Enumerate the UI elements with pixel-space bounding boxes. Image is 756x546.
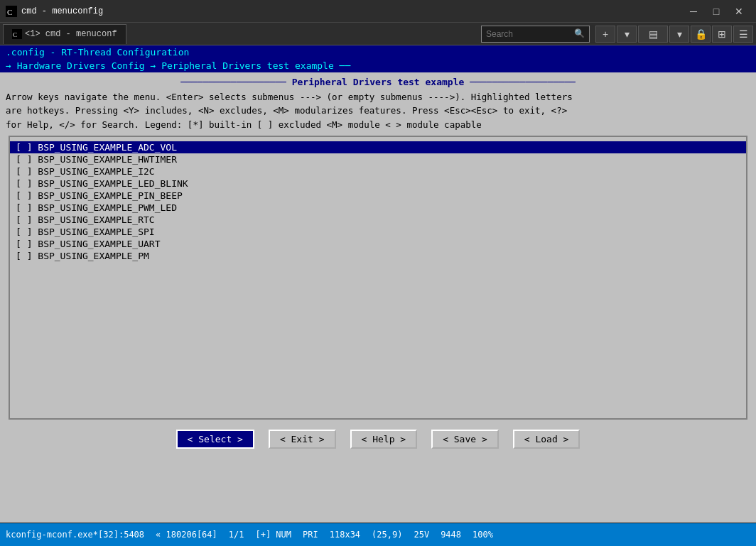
lock-button[interactable]: 🔒: [691, 26, 711, 43]
layout-button[interactable]: ▤: [638, 26, 668, 43]
menu-item-pwm-led[interactable]: [ ] BSP_USING_EXAMPLE_PWM_LED: [10, 202, 746, 214]
toolbar-icons: + ▾ ▤ ▾ 🔒 ⊞ ☰: [595, 26, 753, 43]
window-title: cmd - menuconfig: [21, 6, 103, 16]
status-num: 9448: [441, 530, 461, 540]
status-exe: kconfig-mconf.exe*[32]:5408: [6, 530, 144, 540]
status-ratio: 1/1: [229, 530, 244, 540]
svg-text:C: C: [13, 31, 17, 38]
close-button[interactable]: ✕: [728, 0, 750, 23]
dropdown2-button[interactable]: ▾: [669, 26, 689, 43]
menu-item-spi[interactable]: [ ] BSP_USING_EXAMPLE_SPI: [10, 226, 746, 238]
help-line-3: for Help, </> for Search. Legend: [*] bu…: [6, 118, 750, 131]
bottom-buttons: < Select > < Exit > < Help > < Save > < …: [0, 422, 756, 456]
menu-item-led-blink[interactable]: [ ] BSP_USING_EXAMPLE_LED_BLINK: [10, 178, 746, 190]
main-window: .config - RT-Thread Configuration → Hard…: [0, 45, 756, 523]
svg-text:C: C: [7, 8, 12, 16]
menu-box: [ ] BSP_USING_EXAMPLE_ADC_VOL [ ] BSP_US…: [9, 136, 747, 420]
load-button[interactable]: < Load >: [513, 430, 580, 449]
tab-bar: C <1> cmd - menuconf 🔍 + ▾ ▤ ▾ 🔒 ⊞ ☰: [0, 23, 756, 45]
view-button[interactable]: ⊞: [712, 26, 732, 43]
menu-item-rtc[interactable]: [ ] BSP_USING_EXAMPLE_RTC: [10, 214, 746, 226]
menu-item-pin-beep[interactable]: [ ] BSP_USING_EXAMPLE_PIN_BEEP: [10, 190, 746, 202]
breadcrumb-config: .config - RT-Thread Configuration: [6, 47, 189, 58]
breadcrumb: .config - RT-Thread Configuration: [0, 45, 756, 59]
add-button[interactable]: +: [595, 26, 615, 43]
config-panel: ─────────────────── Peripheral Drivers t…: [0, 72, 756, 459]
status-mode: [+] NUM: [255, 530, 291, 540]
menu-button[interactable]: ☰: [733, 26, 753, 43]
help-button[interactable]: < Help >: [350, 430, 418, 449]
maximize-button[interactable]: □: [705, 0, 728, 23]
help-line-2: are hotkeys. Pressing <Y> includes, <N> …: [6, 104, 750, 117]
search-box[interactable]: 🔍: [481, 26, 590, 43]
tab-icon: C: [12, 29, 22, 39]
status-bar: kconfig-mconf.exe*[32]:5408 « 180206[64]…: [0, 523, 756, 546]
window-controls: ─ □ ✕: [682, 0, 750, 23]
menu-item-hwtimer[interactable]: [ ] BSP_USING_EXAMPLE_HWTIMER: [10, 153, 746, 165]
status-cursor: (25,9): [372, 530, 402, 540]
status-mode2: PRI: [303, 530, 318, 540]
breadcrumb-path: → Hardware Drivers Config → Peripheral D…: [0, 59, 756, 72]
menu-item-uart[interactable]: [ ] BSP_USING_EXAMPLE_UART: [10, 238, 746, 250]
title-bar-left: C cmd - menuconfig: [6, 6, 103, 17]
tab-label: <1> cmd - menuconf: [25, 29, 117, 39]
status-size: 118x34: [330, 530, 360, 540]
help-line-1: Arrow keys navigate the menu. <Enter> se…: [6, 90, 750, 104]
menu-item-pm[interactable]: [ ] BSP_USING_EXAMPLE_PM: [10, 250, 746, 262]
config-title: ─────────────────── Peripheral Drivers t…: [0, 75, 756, 89]
tab-1[interactable]: C <1> cmd - menuconf: [3, 24, 126, 44]
minimize-button[interactable]: ─: [682, 0, 705, 23]
menu-item-adc[interactable]: [ ] BSP_USING_EXAMPLE_ADC_VOL: [10, 141, 746, 153]
search-input[interactable]: [486, 29, 571, 39]
dropdown-button[interactable]: ▾: [617, 26, 637, 43]
cmd-icon: C: [6, 6, 17, 17]
exit-button[interactable]: < Exit >: [269, 430, 336, 449]
status-pos: « 180206[64]: [156, 530, 217, 540]
help-text: Arrow keys navigate the menu. <Enter> se…: [0, 89, 756, 133]
status-voltage: 25V: [414, 530, 429, 540]
select-button[interactable]: < Select >: [176, 430, 254, 449]
save-button[interactable]: < Save >: [431, 430, 499, 449]
menu-item-i2c[interactable]: [ ] BSP_USING_EXAMPLE_I2C: [10, 165, 746, 178]
title-bar: C cmd - menuconfig ─ □ ✕: [0, 0, 756, 23]
search-icon: 🔍: [574, 28, 585, 39]
status-zoom: 100%: [472, 530, 493, 540]
